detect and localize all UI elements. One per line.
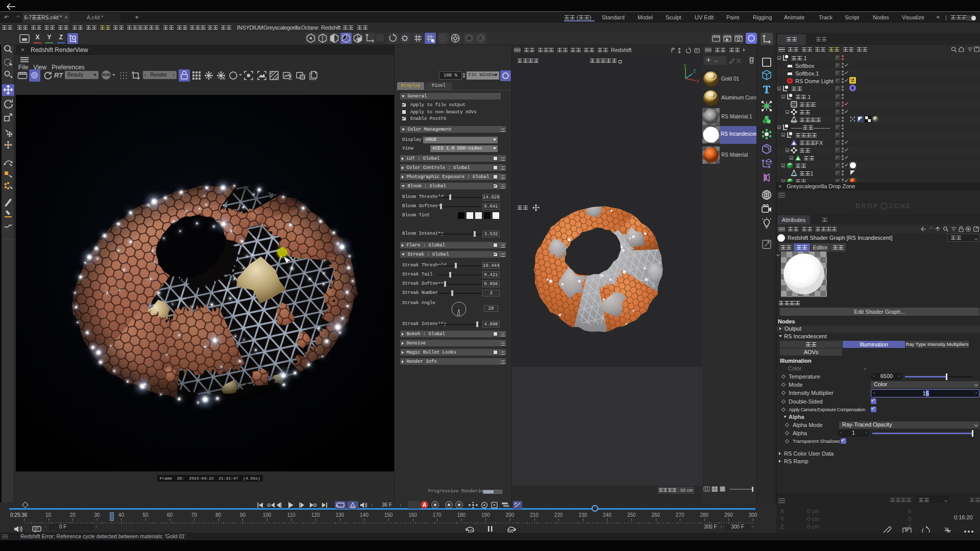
svg-text:Y: Y xyxy=(683,63,687,68)
svg-text:G: G xyxy=(223,77,225,80)
svg-text:Z: Z xyxy=(693,68,696,73)
svg-text:PV: PV xyxy=(301,76,305,79)
svg-text:A: A xyxy=(479,35,483,41)
svg-text:X: X xyxy=(696,79,699,84)
